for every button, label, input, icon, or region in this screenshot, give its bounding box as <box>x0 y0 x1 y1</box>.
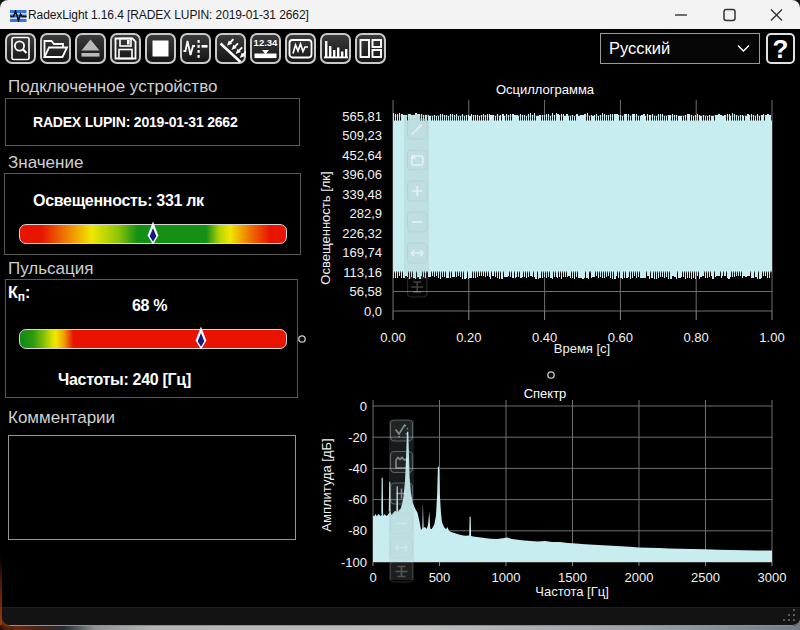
svg-text:113,16: 113,16 <box>343 265 382 280</box>
svg-text:500: 500 <box>429 570 451 585</box>
svg-text:0: 0 <box>369 570 376 585</box>
svg-text:-100: -100 <box>341 555 367 570</box>
svg-text:Спектр: Спектр <box>524 386 567 401</box>
svg-text:1.00: 1.00 <box>759 330 784 345</box>
svg-text:226,32: 226,32 <box>342 226 382 241</box>
svg-text:-80: -80 <box>348 523 367 538</box>
svg-text:-40: -40 <box>348 461 367 476</box>
svg-text:Осциллограмма: Осциллограмма <box>496 82 595 97</box>
svg-text:0.00: 0.00 <box>380 330 405 345</box>
svg-text:1500: 1500 <box>558 570 587 585</box>
svg-text:0: 0 <box>360 399 367 414</box>
svg-text:Амплитуда [дБ]: Амплитуда [дБ] <box>319 438 334 531</box>
svg-text:3000: 3000 <box>758 570 787 585</box>
svg-text:Частота [Гц]: Частота [Гц] <box>535 584 609 599</box>
svg-text:0,0: 0,0 <box>364 304 382 319</box>
svg-text:0.80: 0.80 <box>684 330 709 345</box>
svg-text:1000: 1000 <box>492 570 521 585</box>
svg-text:509,23: 509,23 <box>342 128 382 143</box>
svg-text:396,06: 396,06 <box>342 167 382 182</box>
svg-text:-60: -60 <box>348 492 367 507</box>
svg-text:2500: 2500 <box>691 570 720 585</box>
svg-text:-20: -20 <box>348 430 367 445</box>
svg-text:565,81: 565,81 <box>342 109 382 124</box>
svg-text:339,48: 339,48 <box>342 187 382 202</box>
svg-text:Время [с]: Время [с] <box>554 341 610 356</box>
svg-text:56,58: 56,58 <box>349 284 382 299</box>
svg-text:0.20: 0.20 <box>456 330 481 345</box>
svg-text:169,74: 169,74 <box>342 245 382 260</box>
svg-text:2000: 2000 <box>625 570 654 585</box>
svg-text:452,64: 452,64 <box>342 148 382 163</box>
svg-text:0.60: 0.60 <box>608 330 633 345</box>
svg-text:Освещенность [лк]: Освещенность [лк] <box>318 171 333 284</box>
svg-text:282,9: 282,9 <box>349 206 382 221</box>
